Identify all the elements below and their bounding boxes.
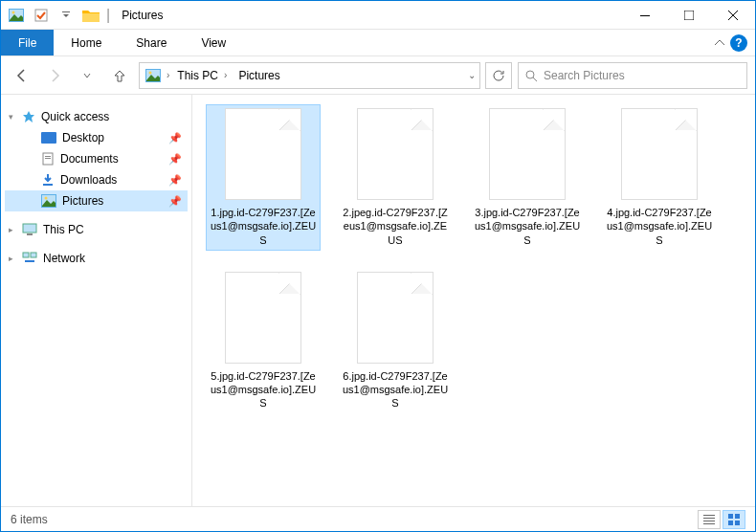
pin-icon: 📌 [168, 174, 182, 187]
pin-icon: 📌 [168, 195, 182, 208]
svg-point-9 [149, 71, 152, 74]
help-button[interactable]: ? [730, 34, 747, 52]
svg-rect-28 [728, 514, 733, 519]
nav-pictures[interactable]: Pictures 📌 [5, 190, 188, 211]
nav-label: Quick access [41, 110, 109, 123]
recent-dropdown[interactable] [74, 62, 100, 89]
close-button[interactable] [711, 1, 755, 30]
svg-rect-27 [703, 523, 715, 524]
svg-rect-21 [23, 253, 29, 257]
tab-share[interactable]: Share [119, 30, 184, 55]
window-title: Pictures [122, 9, 163, 22]
crumb-pictures-label: Pictures [238, 69, 279, 82]
titlebar: | Pictures [1, 1, 755, 30]
qat-dropdown[interactable] [55, 5, 78, 26]
minimize-button[interactable] [623, 1, 667, 30]
nav-network[interactable]: ▸ Network [5, 248, 188, 269]
address-bar: › This PC› Pictures ⌄ Search Pictures [1, 56, 755, 95]
refresh-button[interactable] [485, 62, 512, 89]
nav-documents[interactable]: Documents 📌 [5, 148, 188, 169]
file-name: 4.jpg.id-C279F237.[Zeus1@msgsafe.io].ZEU… [606, 206, 713, 247]
chevron-right-icon[interactable]: › [167, 70, 169, 80]
file-name: 5.jpg.id-C279F237.[Zeus1@msgsafe.io].ZEU… [210, 369, 317, 410]
status-text: 6 items [11, 513, 48, 526]
chevron-right-icon[interactable]: ▸ [9, 225, 13, 234]
chevron-right-icon[interactable]: › [224, 70, 227, 80]
file-item[interactable]: 3.jpg.id-C279F237.[Zeus1@msgsafe.io].ZEU… [470, 104, 585, 251]
file-icon [621, 108, 698, 200]
up-button[interactable] [106, 62, 133, 89]
svg-rect-19 [23, 224, 36, 233]
svg-point-18 [45, 197, 48, 200]
ribbon-collapse-icon[interactable] [715, 38, 724, 48]
search-icon [524, 69, 538, 82]
svg-rect-31 [735, 521, 740, 525]
nav-label: Pictures [62, 194, 103, 208]
svg-rect-29 [735, 514, 740, 519]
search-input[interactable]: Search Pictures [518, 62, 747, 89]
nav-label: Documents [60, 152, 119, 166]
svg-point-2 [12, 11, 15, 13]
crumb-pictures[interactable]: Pictures [234, 69, 283, 82]
file-item[interactable]: 1.jpg.id-C279F237.[Zeus1@msgsafe.io].ZEU… [206, 104, 321, 251]
nav-quick-access[interactable]: ▾ Quick access [5, 106, 188, 127]
nav-desktop[interactable]: Desktop 📌 [5, 127, 188, 148]
tab-home[interactable]: Home [54, 30, 119, 55]
svg-rect-25 [703, 518, 715, 519]
svg-rect-13 [45, 156, 51, 157]
ribbon: File Home Share View ? [1, 30, 755, 56]
nav-downloads[interactable]: Downloads 📌 [5, 169, 188, 190]
svg-rect-3 [35, 10, 47, 21]
file-name: 3.jpg.id-C279F237.[Zeus1@msgsafe.io].ZEU… [474, 206, 581, 247]
desktop-icon [41, 132, 56, 144]
file-icon [225, 108, 301, 200]
svg-point-10 [526, 71, 534, 78]
nav-label: Downloads [60, 173, 117, 187]
downloads-icon [41, 173, 55, 187]
nav-thispc[interactable]: ▸ This PC [5, 219, 188, 240]
pictures-icon [41, 194, 56, 208]
chevron-down-icon[interactable]: ⌄ [468, 70, 476, 80]
chevron-down-icon[interactable]: ▾ [9, 112, 13, 122]
folder-icon [81, 8, 100, 23]
search-placeholder: Search Pictures [544, 69, 625, 82]
file-icon [357, 272, 434, 364]
qat-checkbox[interactable] [30, 5, 53, 26]
tab-view[interactable]: View [184, 30, 243, 55]
view-details-button[interactable] [698, 510, 721, 529]
chevron-right-icon[interactable]: ▸ [9, 254, 13, 263]
svg-rect-26 [703, 521, 715, 521]
crumb-thispc[interactable]: This PC› [173, 69, 231, 82]
forward-button[interactable] [41, 62, 68, 89]
tab-file[interactable]: File [1, 30, 54, 55]
svg-rect-14 [45, 158, 51, 159]
svg-rect-30 [728, 521, 733, 525]
breadcrumb-icon [144, 68, 163, 83]
file-name: 1.jpg.id-C279F237.[Zeus1@msgsafe.io].ZEU… [210, 206, 317, 247]
file-name: 6.jpg.id-C279F237.[Zeus1@msgsafe.io].ZEU… [342, 369, 449, 410]
network-icon [22, 252, 37, 265]
file-area[interactable]: 1.jpg.id-C279F237.[Zeus1@msgsafe.io].ZEU… [192, 95, 755, 506]
body: ▾ Quick access Desktop 📌 Documents 📌 Dow… [1, 95, 755, 506]
status-bar: 6 items [1, 506, 755, 531]
pin-icon: 📌 [168, 132, 182, 144]
computer-icon [22, 223, 37, 236]
nav-label: This PC [43, 223, 84, 236]
file-item[interactable]: 5.jpg.id-C279F237.[Zeus1@msgsafe.io].ZEU… [206, 268, 321, 414]
back-button[interactable] [9, 62, 35, 89]
nav-pane: ▾ Quick access Desktop 📌 Documents 📌 Dow… [1, 95, 192, 506]
app-icon [7, 8, 26, 23]
breadcrumb[interactable]: › This PC› Pictures ⌄ [139, 62, 480, 89]
file-grid: 1.jpg.id-C279F237.[Zeus1@msgsafe.io].ZEU… [206, 104, 742, 414]
file-item[interactable]: 4.jpg.id-C279F237.[Zeus1@msgsafe.io].ZEU… [602, 104, 717, 251]
view-largeicons-button[interactable] [723, 510, 745, 529]
file-item[interactable]: 6.jpg.id-C279F237.[Zeus1@msgsafe.io].ZEU… [338, 268, 453, 414]
svg-rect-15 [43, 184, 53, 186]
svg-rect-22 [31, 253, 36, 257]
titlebar-left: | Pictures [1, 5, 164, 26]
nav-label: Network [43, 252, 85, 265]
file-item[interactable]: 2.jpeg.id-C279F237.[Zeus1@msgsafe.io].ZE… [338, 104, 453, 251]
svg-rect-4 [62, 11, 70, 12]
maximize-button[interactable] [667, 1, 711, 30]
file-name: 2.jpeg.id-C279F237.[Zeus1@msgsafe.io].ZE… [342, 206, 449, 247]
